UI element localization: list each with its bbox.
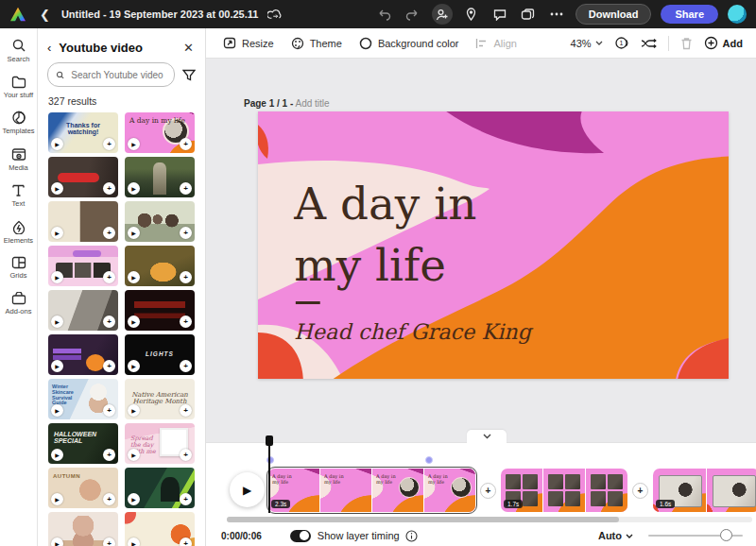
clip-group[interactable]: 1.7s [501,469,627,512]
resize-button[interactable]: Resize [223,37,274,49]
play-icon[interactable]: ▶ [51,182,63,195]
play-icon[interactable]: ▶ [128,360,140,372]
sidebar-item-templates[interactable]: Templates [0,111,38,135]
timeline-collapse-button[interactable] [467,430,507,443]
add-to-canvas-icon[interactable]: + [180,271,192,283]
sidebar-item-add-ons[interactable]: Add-ons [0,292,38,316]
play-icon[interactable]: ▶ [51,227,63,239]
clip-frame[interactable]: 1.7s [501,469,542,512]
video-thumbnail[interactable]: Winter Skincare Survival Guide▶+ [48,379,118,419]
zoom-control[interactable]: 43% [571,38,603,49]
add-to-canvas-icon[interactable]: + [103,182,115,195]
add-to-canvas-icon[interactable]: + [103,404,115,417]
video-thumbnail[interactable]: Thanks for watching!▶+ [48,112,118,153]
add-to-canvas-icon[interactable]: + [103,227,115,239]
add-to-canvas-icon[interactable]: + [180,227,192,239]
clip-group[interactable]: 1.6s [653,469,756,512]
add-to-canvas-icon[interactable]: + [180,138,192,150]
play-icon[interactable]: ▶ [128,138,140,150]
video-thumbnail[interactable]: ▶+ [125,290,195,331]
timeline-scrollbar[interactable] [227,517,752,522]
clip-frame[interactable]: 1.6s [653,469,706,512]
scrollbar-thumb[interactable] [227,517,619,522]
add-to-canvas-icon[interactable]: + [103,138,115,150]
video-thumbnail[interactable]: ▶+ [125,468,195,508]
video-thumbnail[interactable]: ▶+ [125,246,195,286]
add-button[interactable]: Add [704,36,743,50]
add-title-placeholder[interactable]: Add title [295,98,329,109]
clip-group[interactable]: A day in my life2.3sA day in my lifeA da… [268,469,475,512]
video-thumbnail[interactable]: LIGHTS▶+ [125,334,195,375]
video-thumbnail[interactable]: Spread the day with me▶+ [125,423,195,464]
add-to-canvas-icon[interactable]: + [180,493,192,505]
add-to-canvas-icon[interactable]: + [180,182,192,195]
avatar[interactable] [728,5,747,24]
info-icon[interactable] [405,530,418,542]
sidebar-item-grids[interactable]: Grids [0,256,38,280]
add-to-canvas-icon[interactable]: + [103,537,115,546]
clip-frame[interactable]: A day in my life [424,469,475,512]
share-button[interactable]: Share [661,5,718,24]
pages-overlap-icon[interactable] [519,5,538,24]
video-thumbnail[interactable]: ▶+ [48,246,118,286]
cloud-sync-icon[interactable] [267,9,283,20]
add-to-canvas-icon[interactable]: + [103,493,115,505]
video-thumbnail[interactable]: A day in my life▶+ [125,112,195,153]
play-icon[interactable]: ▶ [51,271,63,283]
design-canvas[interactable]: A day in my life Head chef Grace King [258,111,729,379]
page-label[interactable]: Page 1 / 1 - Add title [244,98,330,109]
play-icon[interactable]: ▶ [128,316,140,328]
background-color-button[interactable]: Background color [359,37,459,50]
video-thumbnail[interactable]: ▶+ [48,157,118,197]
layer-timing-toggle[interactable] [290,530,311,542]
play-icon[interactable]: ▶ [51,404,63,417]
sidebar-item-media[interactable]: Media [0,147,38,172]
video-thumbnail[interactable]: ▶+ [48,334,118,375]
play-icon[interactable]: ▶ [128,182,140,195]
video-thumbnail[interactable]: Native American Heritage Month▶+ [125,379,195,419]
video-thumbnail[interactable]: ▶+ [125,512,195,546]
back-icon[interactable]: ❮ [40,8,50,22]
search-box[interactable] [47,62,175,87]
design-subtitle[interactable]: Head chef Grace King [294,319,533,344]
add-to-canvas-icon[interactable]: + [180,537,192,546]
search-input[interactable] [69,69,166,81]
sidebar-item-text[interactable]: Text [0,183,38,208]
play-icon[interactable]: ▶ [128,227,140,239]
sidebar-item-search[interactable]: Search [0,38,38,63]
video-thumbnail[interactable]: HALLOWEEN SPECIAL▶+ [48,423,118,464]
redo-icon[interactable] [404,5,422,24]
person-add-icon[interactable] [432,4,453,25]
shuffle-icon[interactable] [641,37,657,50]
add-to-canvas-icon[interactable]: + [180,316,192,328]
sidebar-item-elements[interactable]: Elements [0,220,38,245]
play-icon[interactable]: ▶ [51,449,63,461]
timeline-zoom-slider[interactable] [648,535,743,537]
play-icon[interactable]: ▶ [128,493,140,505]
play-icon[interactable]: ▶ [51,316,63,328]
video-thumbnail[interactable]: ▶+ [48,290,118,331]
add-clip-button[interactable]: + [632,483,648,499]
design-title-line2[interactable]: my life [294,239,446,291]
theme-button[interactable]: Theme [291,37,342,50]
panel-back-icon[interactable]: ‹ [47,41,51,55]
slider-knob[interactable] [720,529,732,541]
clip-frame[interactable]: A day in my life [320,469,371,512]
sidebar-item-your-stuff[interactable]: Your stuff [0,76,38,99]
speed-dropdown[interactable]: Auto [598,530,633,541]
add-to-canvas-icon[interactable]: + [103,360,115,372]
close-icon[interactable]: ✕ [183,41,194,55]
video-thumbnail[interactable]: ▶+ [125,157,195,197]
adobe-express-logo[interactable] [9,7,26,22]
add-to-canvas-icon[interactable]: + [103,449,115,461]
play-icon[interactable]: ▶ [51,360,63,372]
document-title[interactable]: Untitled - 19 September 2023 at 00.25.11 [61,9,259,20]
playhead[interactable] [268,435,270,513]
page-count-icon[interactable]: 1 [614,36,629,50]
video-thumbnail[interactable]: AUTUMN▶+ [48,468,118,508]
add-clip-button[interactable]: + [480,483,496,499]
filter-icon[interactable] [182,69,196,81]
keyframe-dot[interactable] [425,456,433,464]
download-button[interactable]: Download [576,4,652,25]
play-icon[interactable]: ▶ [128,449,140,461]
